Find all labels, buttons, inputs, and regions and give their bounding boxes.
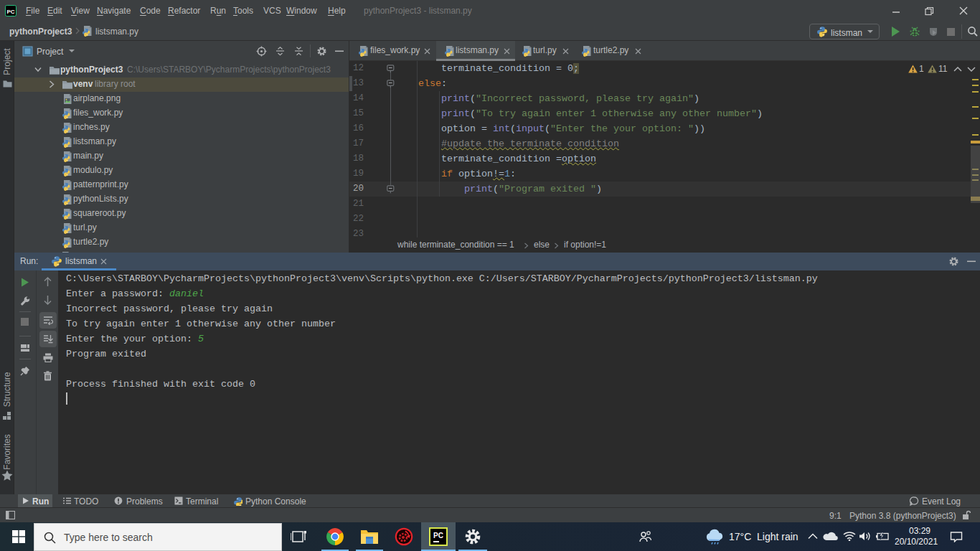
svg-text:PC: PC [433,532,443,540]
svg-text:PC: PC [6,9,14,15]
